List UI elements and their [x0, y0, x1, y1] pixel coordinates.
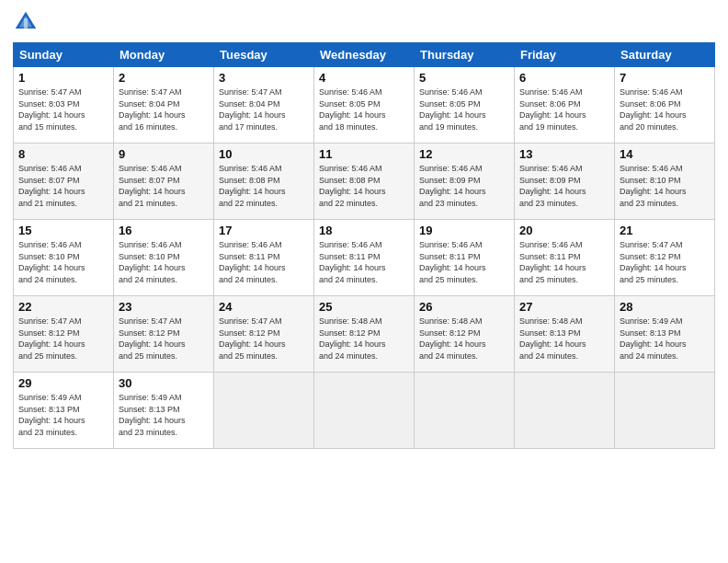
day-number: 17: [219, 224, 309, 237]
day-info: Sunrise: 5:46 AM Sunset: 8:09 PM Dayligh…: [419, 163, 509, 209]
day-number: 9: [119, 147, 209, 161]
day-info: Sunrise: 5:46 AM Sunset: 8:08 PM Dayligh…: [319, 163, 409, 209]
calendar-week-1: 1Sunrise: 5:47 AM Sunset: 8:03 PM Daylig…: [14, 67, 715, 144]
logo-icon: [13, 9, 39, 35]
day-number: 7: [620, 71, 710, 85]
day-info: Sunrise: 5:46 AM Sunset: 8:11 PM Dayligh…: [319, 239, 409, 285]
day-info: Sunrise: 5:49 AM Sunset: 8:13 PM Dayligh…: [620, 316, 710, 362]
calendar: SundayMondayTuesdayWednesdayThursdayFrid…: [13, 42, 715, 449]
calendar-cell: 18Sunrise: 5:46 AM Sunset: 8:11 PM Dayli…: [314, 220, 415, 296]
calendar-cell: 17Sunrise: 5:46 AM Sunset: 8:11 PM Dayli…: [214, 220, 314, 296]
day-info: Sunrise: 5:46 AM Sunset: 8:07 PM Dayligh…: [18, 163, 108, 209]
calendar-cell: 4Sunrise: 5:46 AM Sunset: 8:05 PM Daylig…: [314, 67, 415, 144]
day-info: Sunrise: 5:46 AM Sunset: 8:10 PM Dayligh…: [18, 239, 108, 285]
calendar-cell: 29Sunrise: 5:49 AM Sunset: 8:13 PM Dayli…: [14, 373, 114, 449]
day-number: 12: [419, 147, 509, 161]
page: SundayMondayTuesdayWednesdayThursdayFrid…: [0, 0, 728, 563]
day-info: Sunrise: 5:46 AM Sunset: 8:11 PM Dayligh…: [419, 239, 509, 285]
calendar-cell: 2Sunrise: 5:47 AM Sunset: 8:04 PM Daylig…: [114, 67, 214, 144]
day-number: 28: [620, 300, 710, 314]
day-number: 6: [519, 71, 609, 85]
calendar-week-3: 15Sunrise: 5:46 AM Sunset: 8:10 PM Dayli…: [14, 220, 715, 296]
day-info: Sunrise: 5:46 AM Sunset: 8:09 PM Dayligh…: [519, 163, 609, 209]
day-number: 18: [319, 224, 409, 237]
calendar-cell: 15Sunrise: 5:46 AM Sunset: 8:10 PM Dayli…: [14, 220, 114, 296]
day-number: 5: [419, 71, 509, 85]
calendar-cell: 19Sunrise: 5:46 AM Sunset: 8:11 PM Dayli…: [415, 220, 515, 296]
calendar-cell: 25Sunrise: 5:48 AM Sunset: 8:12 PM Dayli…: [314, 296, 415, 373]
day-number: 21: [620, 224, 710, 237]
day-info: Sunrise: 5:46 AM Sunset: 8:11 PM Dayligh…: [519, 239, 609, 285]
calendar-cell: 23Sunrise: 5:47 AM Sunset: 8:12 PM Dayli…: [114, 296, 214, 373]
day-info: Sunrise: 5:46 AM Sunset: 8:06 PM Dayligh…: [620, 86, 710, 132]
day-info: Sunrise: 5:47 AM Sunset: 8:04 PM Dayligh…: [219, 86, 309, 132]
calendar-cell: 30Sunrise: 5:49 AM Sunset: 8:13 PM Dayli…: [114, 373, 214, 449]
calendar-cell: 16Sunrise: 5:46 AM Sunset: 8:10 PM Dayli…: [114, 220, 214, 296]
calendar-cell: 26Sunrise: 5:48 AM Sunset: 8:12 PM Dayli…: [415, 296, 515, 373]
calendar-week-2: 8Sunrise: 5:46 AM Sunset: 8:07 PM Daylig…: [14, 144, 715, 220]
day-info: Sunrise: 5:49 AM Sunset: 8:13 PM Dayligh…: [119, 392, 209, 438]
calendar-cell: 24Sunrise: 5:47 AM Sunset: 8:12 PM Dayli…: [214, 296, 314, 373]
day-number: 11: [319, 147, 409, 161]
day-info: Sunrise: 5:49 AM Sunset: 8:13 PM Dayligh…: [18, 392, 108, 438]
calendar-cell: 27Sunrise: 5:48 AM Sunset: 8:13 PM Dayli…: [515, 296, 615, 373]
svg-rect-2: [24, 18, 28, 29]
calendar-header-monday: Monday: [114, 43, 214, 67]
calendar-header-sunday: Sunday: [14, 43, 114, 67]
day-number: 30: [119, 376, 209, 390]
day-info: Sunrise: 5:46 AM Sunset: 8:10 PM Dayligh…: [119, 239, 209, 285]
calendar-cell: 20Sunrise: 5:46 AM Sunset: 8:11 PM Dayli…: [515, 220, 615, 296]
day-number: 23: [119, 300, 209, 314]
day-info: Sunrise: 5:48 AM Sunset: 8:13 PM Dayligh…: [519, 316, 609, 362]
calendar-cell: [615, 373, 715, 449]
day-info: Sunrise: 5:46 AM Sunset: 8:06 PM Dayligh…: [519, 86, 609, 132]
day-info: Sunrise: 5:46 AM Sunset: 8:05 PM Dayligh…: [419, 86, 509, 132]
day-number: 22: [18, 300, 108, 314]
day-info: Sunrise: 5:47 AM Sunset: 8:12 PM Dayligh…: [219, 316, 309, 362]
day-number: 14: [620, 147, 710, 161]
day-info: Sunrise: 5:46 AM Sunset: 8:07 PM Dayligh…: [119, 163, 209, 209]
day-number: 24: [219, 300, 309, 314]
calendar-cell: 14Sunrise: 5:46 AM Sunset: 8:10 PM Dayli…: [615, 144, 715, 220]
day-info: Sunrise: 5:48 AM Sunset: 8:12 PM Dayligh…: [319, 316, 409, 362]
day-number: 8: [18, 147, 108, 161]
calendar-cell: [314, 373, 415, 449]
calendar-cell: 3Sunrise: 5:47 AM Sunset: 8:04 PM Daylig…: [214, 67, 314, 144]
calendar-header-tuesday: Tuesday: [214, 43, 314, 67]
day-info: Sunrise: 5:46 AM Sunset: 8:05 PM Dayligh…: [319, 86, 409, 132]
calendar-header-row: SundayMondayTuesdayWednesdayThursdayFrid…: [14, 43, 715, 67]
day-number: 1: [18, 71, 108, 85]
calendar-cell: [515, 373, 615, 449]
calendar-week-5: 29Sunrise: 5:49 AM Sunset: 8:13 PM Dayli…: [14, 373, 715, 449]
calendar-cell: 10Sunrise: 5:46 AM Sunset: 8:08 PM Dayli…: [214, 144, 314, 220]
calendar-cell: [415, 373, 515, 449]
calendar-cell: 1Sunrise: 5:47 AM Sunset: 8:03 PM Daylig…: [14, 67, 114, 144]
calendar-cell: 21Sunrise: 5:47 AM Sunset: 8:12 PM Dayli…: [615, 220, 715, 296]
calendar-header-wednesday: Wednesday: [314, 43, 415, 67]
calendar-cell: 28Sunrise: 5:49 AM Sunset: 8:13 PM Dayli…: [615, 296, 715, 373]
day-info: Sunrise: 5:46 AM Sunset: 8:11 PM Dayligh…: [219, 239, 309, 285]
calendar-cell: [214, 373, 314, 449]
day-info: Sunrise: 5:47 AM Sunset: 8:04 PM Dayligh…: [119, 86, 209, 132]
day-number: 13: [519, 147, 609, 161]
day-info: Sunrise: 5:46 AM Sunset: 8:08 PM Dayligh…: [219, 163, 309, 209]
day-number: 26: [419, 300, 509, 314]
day-info: Sunrise: 5:48 AM Sunset: 8:12 PM Dayligh…: [419, 316, 509, 362]
calendar-cell: 13Sunrise: 5:46 AM Sunset: 8:09 PM Dayli…: [515, 144, 615, 220]
calendar-header-thursday: Thursday: [415, 43, 515, 67]
day-number: 4: [319, 71, 409, 85]
day-number: 2: [119, 71, 209, 85]
day-info: Sunrise: 5:47 AM Sunset: 8:12 PM Dayligh…: [18, 316, 108, 362]
calendar-cell: 5Sunrise: 5:46 AM Sunset: 8:05 PM Daylig…: [415, 67, 515, 144]
calendar-cell: 11Sunrise: 5:46 AM Sunset: 8:08 PM Dayli…: [314, 144, 415, 220]
calendar-cell: 22Sunrise: 5:47 AM Sunset: 8:12 PM Dayli…: [14, 296, 114, 373]
calendar-cell: 6Sunrise: 5:46 AM Sunset: 8:06 PM Daylig…: [515, 67, 615, 144]
calendar-cell: 12Sunrise: 5:46 AM Sunset: 8:09 PM Dayli…: [415, 144, 515, 220]
logo: [13, 9, 42, 35]
calendar-week-4: 22Sunrise: 5:47 AM Sunset: 8:12 PM Dayli…: [14, 296, 715, 373]
header: [13, 9, 715, 35]
day-info: Sunrise: 5:47 AM Sunset: 8:12 PM Dayligh…: [620, 239, 710, 285]
calendar-cell: 7Sunrise: 5:46 AM Sunset: 8:06 PM Daylig…: [615, 67, 715, 144]
day-number: 27: [519, 300, 609, 314]
day-info: Sunrise: 5:47 AM Sunset: 8:12 PM Dayligh…: [119, 316, 209, 362]
